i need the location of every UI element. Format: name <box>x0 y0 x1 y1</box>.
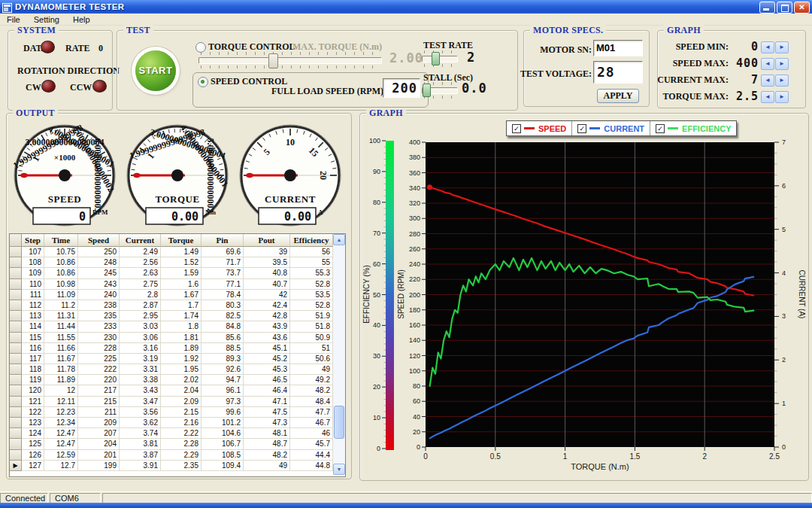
menu-help[interactable]: Help <box>66 15 97 24</box>
spin-right-icon[interactable]: ► <box>775 41 789 53</box>
table-row[interactable]: 120122173.432.0496.146.448.2 <box>10 385 333 396</box>
row-selector[interactable] <box>10 364 22 375</box>
table-row[interactable]: 10710.752502.491.4969.63956 <box>10 247 333 257</box>
slider-track[interactable] <box>422 56 458 62</box>
row-selector[interactable] <box>10 407 22 418</box>
legend-checkbox[interactable]: ✓ <box>656 124 665 133</box>
motor-sn-input[interactable]: M01 <box>593 40 643 56</box>
row-selector[interactable] <box>10 343 22 354</box>
table-row[interactable]: 12612.592013.872.29108.548.244.4 <box>10 450 333 461</box>
menu-file[interactable]: File <box>0 15 27 24</box>
torque-control-radio[interactable] <box>195 42 206 53</box>
row-selector[interactable] <box>10 428 22 439</box>
table-cell: 11.2 <box>44 300 78 311</box>
row-selector[interactable] <box>10 311 22 321</box>
table-row[interactable]: 10810.862482.561.5271.739.555 <box>10 257 333 268</box>
row-selector[interactable] <box>10 279 22 290</box>
spin-right-icon[interactable]: ► <box>775 75 789 87</box>
column-header[interactable]: Current <box>120 234 161 247</box>
legend-checkbox[interactable]: ✓ <box>577 124 586 133</box>
row-selector[interactable] <box>10 321 22 332</box>
slider-track[interactable] <box>198 57 382 64</box>
test-rate-slider[interactable] <box>422 50 458 67</box>
graph-setting-spinner: ◄► <box>761 58 789 70</box>
table-row[interactable]: 11511.552303.061.8185.643.650.9 <box>10 333 333 343</box>
test-voltage-input[interactable]: 28 <box>593 61 643 84</box>
max-torque-slider[interactable] <box>198 52 382 68</box>
spin-right-icon[interactable]: ► <box>775 58 789 70</box>
slider-ticks <box>201 52 380 55</box>
table-row[interactable]: 11711.672253.191.9289.345.250.6 <box>10 354 333 364</box>
scroll-down-button[interactable]: ▼ <box>333 464 345 475</box>
spin-left-icon[interactable]: ◄ <box>761 75 774 87</box>
spin-left-icon[interactable]: ◄ <box>761 41 774 53</box>
table-row[interactable]: 11411.442333.031.884.843.951.8 <box>10 321 333 332</box>
full-load-speed-input[interactable]: 200 <box>383 78 420 98</box>
row-selector[interactable] <box>10 397 22 407</box>
row-selector[interactable] <box>10 418 22 428</box>
table-row[interactable]: ▶12712.71993.912.35109.44944.8 <box>10 461 333 471</box>
scroll-up-button[interactable]: ▲ <box>333 234 345 245</box>
row-selector[interactable] <box>10 375 22 385</box>
table-row[interactable]: 11811.782223.311.9592.645.349 <box>10 364 333 375</box>
menu-setting[interactable]: Setting <box>27 15 66 24</box>
table-cell: 1.6 <box>161 279 201 290</box>
row-selector[interactable] <box>10 385 22 396</box>
table-row[interactable]: 10910.862452.631.5973.740.855.3 <box>10 268 333 278</box>
table-row[interactable]: 12112.112153.472.0997.347.148.4 <box>10 397 333 407</box>
table-row[interactable]: 12512.472043.812.28106.748.745.7 <box>10 439 333 449</box>
row-selector[interactable]: ▶ <box>10 461 22 471</box>
restore-button[interactable] <box>777 2 792 14</box>
table-cell: 47.3 <box>244 418 290 428</box>
column-header[interactable]: Step <box>22 234 44 247</box>
table-row[interactable]: 11211.22382.871.780.342.452.8 <box>10 300 333 311</box>
svg-text:0: 0 <box>417 443 420 451</box>
stall-slider[interactable] <box>422 82 458 99</box>
table-row[interactable]: 11111.092402.81.6778.44253.5 <box>10 290 333 300</box>
close-button[interactable]: ✕ <box>794 2 810 14</box>
table-row[interactable]: 11010.982432.751.677.140.752.8 <box>10 279 333 290</box>
row-selector[interactable] <box>10 257 22 268</box>
table-cell: 52.8 <box>290 279 333 290</box>
row-selector[interactable] <box>10 450 22 461</box>
start-button[interactable]: START <box>135 50 176 91</box>
table-scrollbar[interactable]: ▲ ▼ <box>333 234 345 475</box>
row-selector[interactable] <box>10 247 22 257</box>
table-row[interactable]: 12312.342093.622.16101.247.346.7 <box>10 418 333 428</box>
column-header[interactable]: Efficiency <box>290 234 333 247</box>
table-row[interactable]: 12212.232113.562.1599.647.547.7 <box>10 407 333 418</box>
column-header[interactable]: Torque <box>161 234 201 247</box>
max-torque-slider-thumb[interactable] <box>268 53 278 68</box>
row-selector[interactable] <box>10 439 22 449</box>
column-header[interactable]: Pin <box>201 234 244 247</box>
scrollbar-thumb[interactable] <box>334 406 344 439</box>
row-selector[interactable] <box>10 300 22 311</box>
minimize-button[interactable] <box>759 2 775 14</box>
table-row[interactable]: 11311.312352.951.7482.542.851.9 <box>10 311 333 321</box>
rate-value: 0 <box>98 43 103 54</box>
column-header[interactable]: Speed <box>78 234 120 247</box>
legend-checkbox[interactable]: ✓ <box>512 124 521 133</box>
spin-left-icon[interactable]: ◄ <box>761 58 774 70</box>
table-cell: 82.5 <box>201 311 244 321</box>
table-cell: 12 <box>44 385 78 396</box>
table-cell: 39.5 <box>244 257 290 268</box>
row-selector[interactable] <box>10 268 22 278</box>
table-cell: 125 <box>22 439 44 449</box>
stall-slider-thumb[interactable] <box>423 84 431 97</box>
row-selector[interactable] <box>10 333 22 343</box>
column-header[interactable]: Pout <box>244 234 290 247</box>
rate-label: RATE <box>65 43 89 54</box>
table-row[interactable]: 11611.662283.161.8988.545.151 <box>10 343 333 354</box>
table-row[interactable]: 11911.892203.382.0294.746.549.2 <box>10 375 333 385</box>
spin-left-icon[interactable]: ◄ <box>761 91 774 103</box>
spin-right-icon[interactable]: ► <box>775 91 789 103</box>
test-rate-slider-thumb[interactable] <box>432 52 440 65</box>
table-row[interactable]: 12412.472073.742.22104.648.146 <box>10 428 333 439</box>
column-header[interactable]: Time <box>44 234 78 247</box>
speed-control-radio[interactable] <box>198 77 208 87</box>
row-selector[interactable] <box>10 354 22 364</box>
apply-button[interactable]: APPLY <box>597 89 639 103</box>
table-cell: 55.3 <box>290 268 333 278</box>
row-selector[interactable] <box>10 290 22 300</box>
